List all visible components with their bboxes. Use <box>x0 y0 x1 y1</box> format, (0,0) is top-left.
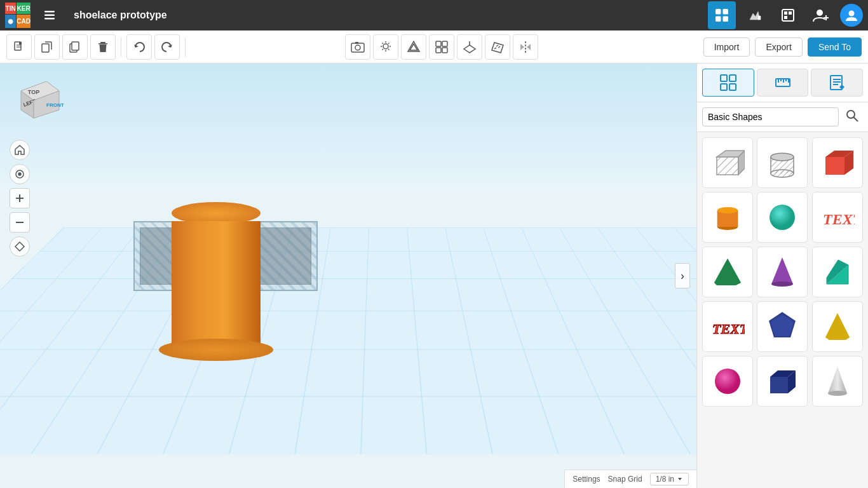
svg-point-84 <box>771 153 794 161</box>
svg-text:TEXT: TEXT <box>823 211 855 227</box>
light-button[interactable] <box>373 34 398 60</box>
build-nav-button[interactable] <box>741 1 769 29</box>
shapes-grid: TEXT <box>697 132 868 488</box>
main-area: TOP LEFT FRONT <box>0 64 868 488</box>
project-title: shoelace prototype <box>74 10 167 21</box>
simulate-nav-button[interactable] <box>774 1 802 29</box>
svg-marker-85 <box>825 157 844 175</box>
svg-rect-9 <box>784 11 787 15</box>
3d-scene-object[interactable] <box>127 183 318 361</box>
svg-text:TOP: TOP <box>28 89 39 95</box>
svg-line-33 <box>388 43 390 44</box>
svg-rect-38 <box>442 41 447 46</box>
panel-top-buttons <box>697 64 868 102</box>
logo-tin: TIN <box>5 3 16 14</box>
svg-marker-36 <box>410 44 417 50</box>
shape-cone-purple[interactable] <box>757 247 808 297</box>
fit-view-button[interactable] <box>10 164 30 184</box>
shape-pyramid-green[interactable] <box>702 247 753 297</box>
snap-grid-value[interactable]: 1/8 in <box>650 473 689 485</box>
add-user-button[interactable] <box>807 1 835 29</box>
home-view-button[interactable] <box>10 140 30 160</box>
export-button[interactable]: Export <box>755 37 802 57</box>
shape-pyramid-yellow[interactable] <box>812 301 863 352</box>
sky-background <box>0 64 696 191</box>
wireframe-button[interactable] <box>401 34 426 60</box>
svg-rect-11 <box>784 16 787 19</box>
svg-rect-39 <box>436 48 441 53</box>
send-to-button[interactable]: Send To <box>808 37 862 57</box>
shape-box-solid[interactable] <box>812 137 863 188</box>
svg-rect-20 <box>42 44 49 52</box>
bottom-status-bar: Settings Snap Grid 1/8 in <box>564 470 696 488</box>
svg-rect-8 <box>782 10 794 21</box>
zoom-in-button[interactable] <box>10 188 30 208</box>
home-nav-button[interactable] <box>708 1 736 29</box>
shape-box-hole[interactable] <box>702 137 753 188</box>
svg-rect-1 <box>44 15 55 17</box>
svg-text:TEXT: TEXT <box>712 321 745 337</box>
search-shapes-button[interactable] <box>841 106 863 128</box>
import-button[interactable]: Import <box>703 37 750 57</box>
camera-button[interactable] <box>345 34 370 60</box>
zoom-out-button[interactable] <box>10 212 30 233</box>
svg-rect-10 <box>789 11 792 15</box>
shape-wedge-teal[interactable] <box>812 247 863 297</box>
svg-point-112 <box>828 391 847 396</box>
ground-plane-grid <box>0 227 696 454</box>
svg-marker-57 <box>15 242 24 251</box>
shape-sphere[interactable] <box>757 192 808 243</box>
ruler-panel-button[interactable] <box>757 69 809 97</box>
svg-rect-7 <box>758 16 761 20</box>
svg-rect-5 <box>715 17 721 22</box>
new-button[interactable] <box>6 34 32 60</box>
svg-rect-61 <box>721 84 727 90</box>
svg-point-93 <box>770 205 795 230</box>
shape-cylinder-hole[interactable] <box>757 137 808 188</box>
svg-marker-97 <box>771 257 793 284</box>
view-cube[interactable]: TOP LEFT FRONT <box>11 75 69 132</box>
mirror-button[interactable] <box>513 34 538 60</box>
workplane-button[interactable] <box>457 34 482 60</box>
user-avatar[interactable] <box>840 4 863 27</box>
svg-line-32 <box>388 49 390 50</box>
cylinder-body <box>172 221 261 348</box>
shape-box-dark-blue[interactable] <box>757 356 808 407</box>
shapes-menu-button[interactable] <box>10 236 30 257</box>
copy-button[interactable] <box>34 34 60 60</box>
tinkercad-logo[interactable]: TIN KER ● CAD <box>5 3 31 28</box>
ruler-tool-button[interactable] <box>485 34 510 60</box>
shape-sphere-pink[interactable] <box>702 356 753 407</box>
shape-pentagon-blue[interactable] <box>757 301 808 352</box>
redo-button[interactable] <box>154 34 180 60</box>
delete-button[interactable] <box>90 34 116 60</box>
chevron-icon: › <box>681 269 684 283</box>
list-view-button[interactable] <box>36 1 64 29</box>
svg-point-15 <box>849 11 855 17</box>
shape-text[interactable]: TEXT <box>812 192 863 243</box>
shape-cylinder-solid[interactable] <box>702 192 753 243</box>
notes-panel-button[interactable] <box>811 69 863 97</box>
grid-view-button[interactable] <box>702 69 754 97</box>
snap-button[interactable] <box>429 34 454 60</box>
snap-grid-label: Snap Grid <box>608 475 642 484</box>
svg-rect-37 <box>436 41 441 46</box>
svg-line-34 <box>383 49 384 50</box>
svg-rect-3 <box>715 9 721 15</box>
shape-cone-grey[interactable] <box>812 356 863 407</box>
svg-marker-106 <box>825 313 850 340</box>
undo-button[interactable] <box>126 34 152 60</box>
3d-viewport[interactable]: TOP LEFT FRONT <box>0 64 696 488</box>
logo-cad: CAD <box>17 15 31 28</box>
svg-point-107 <box>715 369 740 394</box>
svg-rect-40 <box>442 48 447 53</box>
duplicate-button[interactable] <box>62 34 88 60</box>
settings-link[interactable]: Settings <box>573 475 600 484</box>
shape-dropdown[interactable]: Basic Shapes <box>702 107 839 126</box>
cylinder-base <box>159 339 273 361</box>
svg-text:FRONT: FRONT <box>46 102 64 108</box>
shape-text-3d[interactable]: TEXT <box>702 301 753 352</box>
panel-toggle-button[interactable]: › <box>675 263 690 288</box>
logo-dot: ● <box>5 15 16 28</box>
svg-point-26 <box>383 44 388 49</box>
